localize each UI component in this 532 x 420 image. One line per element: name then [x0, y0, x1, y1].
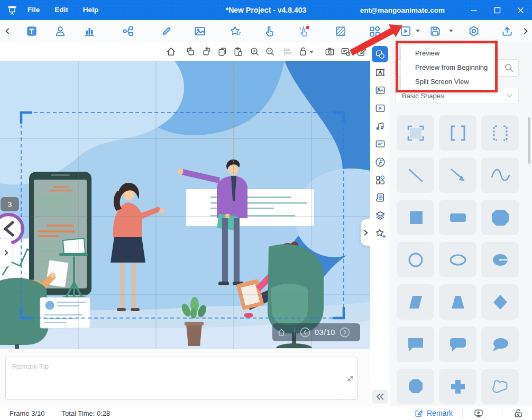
paste-icon[interactable]	[231, 44, 245, 59]
unlock-icon[interactable]	[512, 408, 525, 418]
preview-button[interactable]	[397, 23, 414, 39]
panel-subtitle-button[interactable]	[372, 136, 388, 152]
shape-brackets[interactable]	[439, 115, 476, 151]
preview-dropdown-caret[interactable]	[416, 30, 420, 32]
shape-category-value: Basic Shapes	[402, 92, 444, 100]
shape-parallelogram[interactable]	[397, 284, 434, 320]
frame-indicator: Frame 3/10	[10, 409, 44, 417]
shape-arrow[interactable]	[439, 157, 476, 193]
close-button[interactable]	[509, 0, 532, 20]
shape-square[interactable]	[397, 200, 434, 235]
search-icon[interactable]	[504, 63, 514, 75]
shapes-panel: Basic Shapes	[390, 42, 532, 406]
menu-edit[interactable]: Edit	[47, 0, 76, 20]
shape-ellipse[interactable]	[439, 242, 476, 277]
shape-bubble-oval[interactable]	[481, 326, 519, 362]
hand-tool-button[interactable]	[261, 23, 277, 39]
snapshot-history-icon[interactable]	[338, 44, 353, 59]
shape-grid	[397, 115, 519, 404]
lock-dropdown-caret[interactable]	[309, 51, 314, 53]
panel-scrollbar[interactable]	[528, 117, 530, 164]
panel-text-button[interactable]	[372, 64, 388, 80]
remark-link[interactable]: Remark	[414, 408, 453, 418]
shape-rounded-octagon[interactable]	[481, 200, 519, 235]
shape-diamond[interactable]	[481, 284, 519, 320]
remark-expand-icon[interactable]	[344, 372, 356, 384]
total-time: Total Time: 0:28	[61, 409, 110, 417]
settings-button[interactable]	[465, 23, 482, 39]
zoom-out-icon[interactable]	[262, 44, 277, 59]
presenter-view-icon[interactable]	[472, 408, 485, 418]
shape-line[interactable]	[397, 157, 434, 193]
text-tool-button[interactable]	[23, 23, 40, 39]
panel-favorites-button[interactable]	[372, 225, 388, 241]
character-tool-button[interactable]	[52, 23, 68, 39]
shape-category-select[interactable]: Basic Shapes	[395, 88, 519, 104]
save-dropdown-caret[interactable]	[449, 30, 453, 32]
menu-item-preview[interactable]: Preview	[401, 46, 495, 60]
menu-item-split-screen-view[interactable]: Split Screen View	[401, 74, 495, 89]
shape-bubble-rect[interactable]	[397, 326, 434, 362]
undo-icon[interactable]	[183, 44, 198, 59]
shape-pie[interactable]	[481, 242, 519, 277]
panel-widgets-button[interactable]	[372, 172, 388, 188]
page-navigation: 03/10	[272, 323, 360, 341]
save-button[interactable]	[427, 23, 443, 39]
menu-file[interactable]: File	[20, 0, 47, 20]
panel-layers-button[interactable]	[372, 207, 388, 223]
copy-icon[interactable]	[215, 44, 230, 59]
page-next-button[interactable]	[339, 326, 351, 338]
shape-cross[interactable]	[439, 369, 476, 404]
maximize-button[interactable]	[485, 0, 509, 20]
zoom-in-icon[interactable]	[247, 44, 262, 59]
shape-rounded-rect[interactable]	[439, 200, 476, 235]
menu-item-preview-from-beginning[interactable]: Preview from Beginning	[401, 60, 495, 74]
workspace: 3 03/10	[0, 42, 532, 406]
right-rail	[370, 42, 390, 406]
shape-bubble-rounded[interactable]	[439, 326, 476, 362]
node-tool-button[interactable]	[120, 23, 136, 39]
home-icon[interactable]	[163, 44, 178, 59]
shape-dashed-brackets[interactable]	[481, 115, 519, 151]
effect-tool-button[interactable]	[227, 23, 243, 39]
shape-frame[interactable]	[397, 115, 434, 151]
remark-input[interactable]	[6, 357, 343, 399]
screenshot-icon[interactable]	[322, 44, 337, 59]
shape-octagon[interactable]	[397, 369, 434, 404]
lock-icon[interactable]	[296, 44, 310, 59]
element-tool-button[interactable]	[366, 23, 382, 39]
page-home-icon[interactable]	[272, 328, 290, 337]
preview-dropdown-menu: Preview Preview from Beginning Split Scr…	[401, 44, 495, 90]
shape-trapezoid[interactable]	[439, 284, 476, 320]
click-effect-tool-button[interactable]	[295, 23, 311, 39]
expand-right-flyout[interactable]	[361, 219, 370, 246]
background-tool-button[interactable]	[332, 23, 348, 39]
menu-help[interactable]: Help	[76, 0, 106, 20]
image-tool-button[interactable]	[191, 23, 208, 39]
toolbar-scroll-left-icon[interactable]	[2, 23, 13, 39]
panel-music-button[interactable]	[372, 118, 388, 134]
shape-custom[interactable]	[481, 369, 519, 404]
canvas[interactable]: 3 03/10	[0, 61, 370, 349]
account-email[interactable]: ent@mangoanimate.com	[360, 6, 445, 14]
collapse-panel-button[interactable]	[372, 390, 388, 404]
panel-scene-button[interactable]	[372, 189, 388, 206]
toolbar-scroll-right-icon[interactable]	[520, 23, 531, 39]
page-prev-button[interactable]	[299, 326, 311, 338]
pen-tool-button[interactable]	[158, 23, 175, 39]
publish-button[interactable]	[499, 23, 515, 39]
redo-icon[interactable]	[199, 44, 214, 59]
expand-left-flyout[interactable]	[0, 239, 12, 267]
panel-shapes-button[interactable]	[372, 46, 388, 62]
statusbar-divider	[502, 409, 502, 417]
panel-video-button[interactable]	[372, 100, 388, 116]
panel-flash-button[interactable]	[372, 154, 388, 170]
shape-curve[interactable]	[481, 157, 519, 193]
chevron-down-icon	[506, 94, 513, 98]
align-icon[interactable]	[280, 44, 295, 59]
edit-canvas-icon[interactable]	[354, 44, 369, 59]
chart-tool-button[interactable]	[81, 23, 97, 39]
panel-image-button[interactable]	[372, 82, 388, 98]
minimize-button[interactable]	[462, 0, 485, 20]
shape-circle[interactable]	[397, 242, 434, 277]
